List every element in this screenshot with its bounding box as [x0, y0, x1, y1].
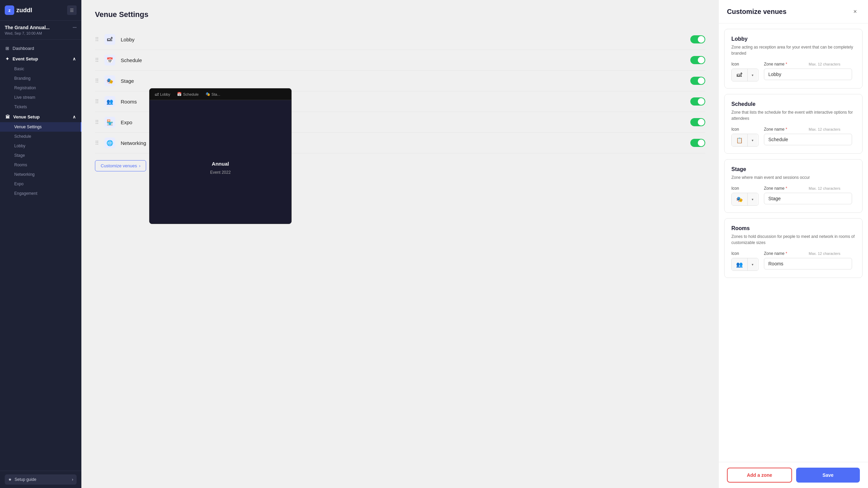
- add-zone-button[interactable]: Add a zone: [727, 468, 792, 483]
- sidebar-item-branding[interactable]: Branding: [0, 74, 81, 83]
- icon-label-lobby: Icon: [731, 62, 758, 67]
- zone-card-desc-lobby: Zone acting as reception area for your e…: [731, 44, 855, 56]
- sidebar-item-schedule[interactable]: Schedule: [0, 132, 81, 141]
- event-date: Wed, Sep 7, 10:00 AM: [5, 31, 77, 35]
- sidebar-item-venue-settings[interactable]: Venue Settings: [0, 122, 81, 132]
- customize-venues-link[interactable]: Customize venues ›: [95, 160, 146, 171]
- sidebar-item-rooms[interactable]: Rooms: [0, 160, 81, 170]
- drag-handle-expo[interactable]: ⠿: [95, 119, 99, 126]
- zone-name-label-rooms: Zone name * Max. 12 characters: [764, 251, 852, 256]
- zone-card-desc-rooms: Zones to hold discussion for people to m…: [731, 233, 855, 246]
- zone-field-name-schedule: Zone name * Max. 12 characters: [764, 127, 852, 145]
- close-button[interactable]: ×: [850, 7, 860, 16]
- venue-name-stage: Stage: [121, 78, 685, 84]
- icon-selector-stage[interactable]: 🎭 ▾: [731, 193, 758, 206]
- event-menu-icon[interactable]: ···: [73, 25, 77, 30]
- preview-nav-stage: 🎭 Sta...: [205, 92, 220, 96]
- toggle-expo[interactable]: [690, 118, 705, 126]
- zone-name-input-rooms[interactable]: [764, 258, 852, 269]
- panel-title: Customize venues: [727, 8, 787, 16]
- arrow-right-icon: ›: [139, 163, 140, 168]
- event-setup-subitems: Basic Branding Registration Live stream …: [0, 64, 81, 112]
- venue-icon-schedule: 📅: [104, 55, 115, 65]
- zone-card-title-schedule: Schedule: [731, 101, 855, 107]
- preview-overlay: 🛋 Lobby 📅 Schedule 🎭 Sta... Annual Event…: [149, 88, 292, 224]
- zone-card-desc-stage: Zone where main event and sessions occur: [731, 174, 855, 181]
- sidebar-item-lobby[interactable]: Lobby: [0, 141, 81, 151]
- sidebar-item-expo[interactable]: Expo: [0, 179, 81, 189]
- sidebar-collapse-button[interactable]: ☰: [67, 5, 77, 15]
- sidebar: z zuddl ☰ The Grand Annual... ··· Wed, S…: [0, 0, 81, 488]
- event-name: The Grand Annual... ···: [5, 25, 77, 30]
- schedule-icon-dropdown[interactable]: ▾: [747, 134, 757, 146]
- preview-nav-lobby: 🛋 Lobby: [155, 92, 170, 96]
- icon-selector-lobby[interactable]: 🛋 ▾: [731, 69, 758, 81]
- zone-card-desc-schedule: Zone that lists the schedule for the eve…: [731, 109, 855, 121]
- zone-field-icon-rooms: Icon 👥 ▾: [731, 251, 758, 271]
- stage-icon-dropdown[interactable]: ▾: [747, 193, 757, 205]
- setup-guide-button[interactable]: ★ Setup guide ›: [5, 474, 77, 485]
- drag-handle-rooms[interactable]: ⠿: [95, 98, 99, 105]
- logo-icon: z: [5, 5, 14, 15]
- preview-content: Annual Event 2022: [150, 100, 291, 224]
- venue-icon-stage: 🎭: [104, 75, 115, 86]
- stage-icon: 🎭: [732, 193, 747, 205]
- zone-name-label-stage: Zone name * Max. 12 characters: [764, 186, 852, 191]
- icon-selector-rooms[interactable]: 👥 ▾: [731, 258, 758, 271]
- venue-name-lobby: Lobby: [121, 37, 685, 42]
- sidebar-item-dashboard[interactable]: ⊞ Dashboard: [0, 43, 81, 54]
- logo: z zuddl: [5, 5, 32, 15]
- preview-event-subtitle: Event 2022: [210, 170, 231, 175]
- lobby-icon: 🛋: [732, 69, 747, 81]
- zone-card-title-stage: Stage: [731, 166, 855, 172]
- venue-name-schedule: Schedule: [121, 57, 685, 63]
- zone-field-row-lobby: Icon 🛋 ▾ Zone name * Max. 12 characters: [731, 62, 855, 81]
- lobby-icon-dropdown[interactable]: ▾: [747, 69, 757, 81]
- sidebar-item-registration[interactable]: Registration: [0, 83, 81, 93]
- sidebar-item-engagement[interactable]: Engagement: [0, 189, 81, 198]
- icon-selector-schedule[interactable]: 📋 ▾: [731, 134, 758, 147]
- zone-field-name-lobby: Zone name * Max. 12 characters: [764, 62, 852, 80]
- toggle-stage[interactable]: [690, 77, 705, 85]
- sidebar-item-networking[interactable]: Networking: [0, 170, 81, 179]
- sidebar-item-live-stream[interactable]: Live stream: [0, 93, 81, 102]
- zone-card-title-lobby: Lobby: [731, 36, 855, 42]
- icon-label-rooms: Icon: [731, 251, 758, 256]
- zone-card-stage: Stage Zone where main event and sessions…: [724, 159, 863, 213]
- toggle-schedule[interactable]: [690, 56, 705, 64]
- zone-name-input-schedule[interactable]: [764, 134, 852, 145]
- zone-name-label-lobby: Zone name * Max. 12 characters: [764, 62, 852, 67]
- schedule-icon: 📋: [732, 134, 747, 146]
- sidebar-item-tickets[interactable]: Tickets: [0, 102, 81, 112]
- save-button[interactable]: Save: [796, 468, 860, 483]
- drag-handle-lobby[interactable]: ⠿: [95, 36, 99, 43]
- drag-handle-networking[interactable]: ⠿: [95, 140, 99, 146]
- toggle-lobby[interactable]: [690, 35, 705, 43]
- chevron-up-icon-2: ∧: [73, 114, 76, 119]
- sidebar-item-stage[interactable]: Stage: [0, 151, 81, 160]
- chevron-up-icon: ∧: [73, 56, 76, 61]
- drag-handle-stage[interactable]: ⠿: [95, 78, 99, 84]
- event-info: The Grand Annual... ··· Wed, Sep 7, 10:0…: [0, 21, 81, 40]
- rooms-icon-dropdown[interactable]: ▾: [747, 258, 757, 270]
- sidebar-nav: ⊞ Dashboard ✦ Event Setup ∧ Basic Brandi…: [0, 40, 81, 471]
- grid-icon: ⊞: [5, 46, 9, 51]
- sidebar-section-event-setup[interactable]: ✦ Event Setup ∧: [0, 54, 81, 64]
- zone-card-rooms: Rooms Zones to hold discussion for peopl…: [724, 218, 863, 278]
- toggle-rooms[interactable]: [690, 97, 705, 106]
- sidebar-section-venue-setup[interactable]: 🏛 Venue Setup ∧: [0, 112, 81, 122]
- zone-name-input-stage[interactable]: [764, 193, 852, 204]
- venue-item-schedule: ⠿ 📅 Schedule: [95, 50, 705, 71]
- zone-name-input-lobby[interactable]: [764, 69, 852, 80]
- toggle-networking[interactable]: [690, 139, 705, 147]
- venue-icon-expo: 🏪: [104, 117, 115, 128]
- panel-body: Lobby Zone acting as reception area for …: [719, 23, 868, 462]
- sidebar-item-basic[interactable]: Basic: [0, 64, 81, 74]
- sidebar-footer: ★ Setup guide ›: [0, 471, 81, 488]
- zone-card-title-rooms: Rooms: [731, 225, 855, 231]
- zone-field-row-rooms: Icon 👥 ▾ Zone name * Max. 12 characters: [731, 251, 855, 271]
- drag-handle-schedule[interactable]: ⠿: [95, 57, 99, 63]
- main-content: Venue Settings ⠿ 🛋 Lobby ⠿ 📅 Schedule ⠿ …: [81, 0, 719, 488]
- zone-field-name-stage: Zone name * Max. 12 characters: [764, 186, 852, 204]
- venue-icon-rooms: 👥: [104, 96, 115, 107]
